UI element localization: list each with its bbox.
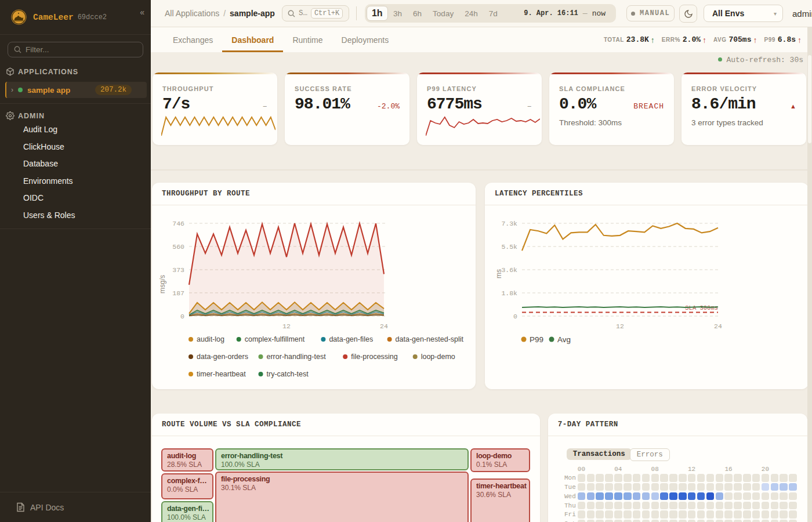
svg-text:0: 0 bbox=[513, 313, 517, 320]
svg-text:560: 560 bbox=[172, 243, 184, 251]
svg-text:12: 12 bbox=[282, 322, 291, 330]
svg-text:msg/s: msg/s bbox=[158, 275, 166, 293]
svg-text:data-gen-nested-split: data-gen-nested-split bbox=[396, 335, 464, 343]
svg-text:P99: P99 bbox=[530, 335, 543, 344]
svg-text:7.3k: 7.3k bbox=[501, 220, 517, 227]
svg-text:1.8k: 1.8k bbox=[501, 289, 517, 297]
svg-text:ms: ms bbox=[495, 269, 503, 278]
svg-text:try-catch-test: try-catch-test bbox=[267, 370, 309, 378]
svg-text:0: 0 bbox=[180, 313, 184, 320]
svg-text:loop-demo: loop-demo bbox=[421, 353, 455, 361]
svg-text:data-gen-orders: data-gen-orders bbox=[197, 353, 248, 361]
svg-text:24: 24 bbox=[714, 322, 722, 330]
svg-text:12: 12 bbox=[616, 322, 624, 330]
svg-text:timer-heartbeat: timer-heartbeat bbox=[197, 370, 246, 378]
svg-text:5.5k: 5.5k bbox=[501, 243, 517, 251]
svg-text:error-handling-test: error-handling-test bbox=[267, 353, 327, 361]
svg-text:Avg: Avg bbox=[557, 335, 571, 344]
svg-text:SLA 300ms: SLA 300ms bbox=[685, 304, 718, 311]
svg-text:746: 746 bbox=[172, 220, 184, 227]
svg-text:187: 187 bbox=[172, 289, 184, 297]
svg-text:file-processing: file-processing bbox=[351, 353, 398, 361]
svg-text:data-gen-files: data-gen-files bbox=[329, 335, 373, 343]
svg-text:24: 24 bbox=[380, 322, 388, 330]
svg-text:audit-log: audit-log bbox=[197, 335, 224, 343]
svg-text:373: 373 bbox=[172, 266, 184, 274]
svg-text:3.6k: 3.6k bbox=[501, 266, 517, 274]
svg-text:complex-fulfillment: complex-fulfillment bbox=[245, 335, 305, 343]
